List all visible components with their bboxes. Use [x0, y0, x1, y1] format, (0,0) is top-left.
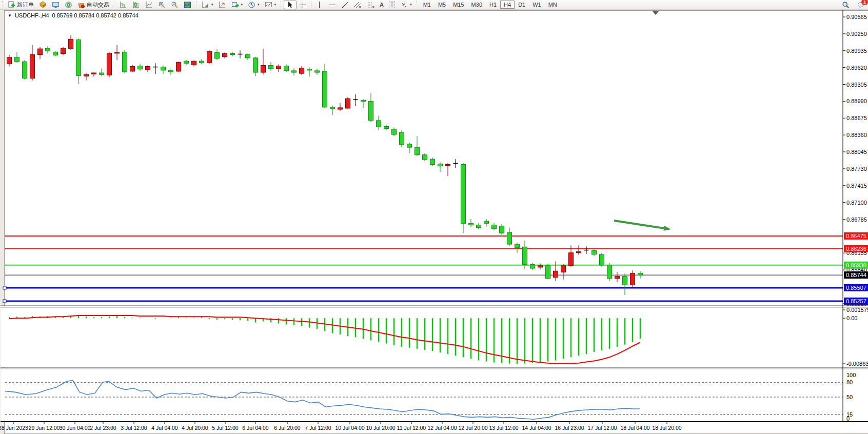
tile-windows-icon [184, 1, 191, 9]
tab-timeframe-H1[interactable]: H1 [486, 1, 500, 9]
fibonacci-icon: F [367, 1, 374, 9]
tab-timeframe-M30[interactable]: M30 [468, 1, 486, 9]
candlestick-mode-button[interactable] [130, 1, 143, 9]
rsi-indicator-label: RSI(14) 26.1265 [8, 370, 49, 377]
profiles-button[interactable] [216, 1, 229, 9]
new-chart-icon [231, 1, 239, 9]
horizontal-line-icon [328, 1, 336, 9]
indicators-icon [265, 1, 272, 9]
new-order-label: 新订单 [17, 1, 34, 9]
chart-quote-values: 0.85769 0.85784 0.85742 0.85744 [52, 12, 139, 18]
equidistant-channel-tool-button[interactable]: E [351, 1, 364, 9]
vertical-line-icon [315, 1, 323, 9]
toolbar-grip [196, 1, 198, 8]
tab-timeframe-M5[interactable]: M5 [435, 1, 449, 9]
autotrade-icon [77, 1, 85, 9]
data-window-icon [52, 1, 60, 9]
vertical-line-tool-button[interactable] [313, 1, 326, 9]
macd-indicator-label: MACD(12,26,9) -0.003896 -0.004574 [8, 310, 101, 316]
line-chart-mode-button[interactable] [143, 1, 155, 9]
templates-button[interactable]: ▾ [199, 1, 216, 9]
zoom-in-button[interactable] [155, 1, 168, 9]
timeframe-toolbar: M1M5M15M30H1H4D1W1MN [420, 1, 561, 9]
crosshair-tool-button[interactable] [297, 1, 309, 9]
tab-timeframe-W1[interactable]: W1 [529, 1, 545, 9]
community-chat-button[interactable]: 1 [857, 1, 865, 9]
crosshair-icon [299, 1, 307, 9]
search-button[interactable] [839, 1, 852, 9]
zoom-out-button[interactable] [168, 1, 181, 9]
toolbar-grip [281, 1, 283, 8]
toolbar-grip [114, 1, 116, 8]
data-window-button[interactable] [49, 1, 62, 9]
text-label-icon: T [389, 2, 395, 8]
zoom-out-icon [171, 1, 179, 9]
bar-chart-mode-button[interactable] [117, 1, 130, 9]
autotrade-button[interactable]: 自动交易 [75, 1, 112, 9]
bar-chart-icon [120, 1, 127, 9]
chart-symbol-period: USDCHF-,H4 [15, 12, 49, 18]
tab-timeframe-D1[interactable]: D1 [515, 1, 529, 9]
text-tool-button[interactable]: A [377, 1, 386, 9]
toolbar-grip [2, 1, 4, 8]
tab-timeframe-H4[interactable]: H4 [500, 1, 515, 9]
new-order-icon [8, 1, 15, 9]
profile-chart-icon [219, 1, 226, 9]
indicators-button[interactable]: ▾ [262, 1, 279, 9]
market-watch-button[interactable] [36, 1, 49, 9]
notification-badge: 1 [861, 0, 868, 5]
arrows-icon [400, 1, 408, 9]
top-toolbar: 新订单 自动交易 [0, 0, 868, 10]
chart-menu-icon[interactable]: ▼ [8, 13, 12, 18]
toolbar-grip [417, 1, 419, 8]
trendline-tool-button[interactable] [339, 1, 351, 9]
tile-windows-button[interactable] [181, 1, 194, 9]
clock-icon [248, 1, 255, 9]
navigator-button[interactable] [62, 1, 75, 9]
line-chart-icon [145, 1, 153, 9]
market-watch-icon [39, 1, 47, 9]
search-icon [842, 1, 850, 9]
tab-timeframe-M15[interactable]: M15 [449, 1, 467, 9]
trendline-icon [341, 1, 349, 9]
zoom-in-icon [158, 1, 166, 9]
cursor-tool-button[interactable] [284, 1, 297, 9]
arrows-tool-button[interactable]: ▾ [398, 1, 415, 9]
navigator-icon [65, 1, 72, 9]
tab-timeframe-MN[interactable]: MN [545, 1, 561, 9]
tab-timeframe-M1[interactable]: M1 [420, 1, 435, 9]
chart-title: ▼ USDCHF-,H4 0.85769 0.85784 0.85742 0.8… [8, 12, 139, 18]
new-chart-button[interactable]: ▾ [229, 1, 246, 9]
periods-button[interactable]: ▾ [245, 1, 262, 9]
autotrade-label: 自动交易 [87, 1, 109, 9]
channel-icon: E [354, 1, 362, 9]
svg-text:E: E [359, 6, 361, 9]
text-tool-icon: A [380, 2, 384, 8]
svg-text:F: F [372, 6, 374, 9]
text-label-tool-button[interactable]: T [386, 1, 398, 9]
candlestick-icon [132, 1, 140, 9]
toolbar-separator [311, 1, 311, 8]
cursor-icon [286, 1, 294, 9]
horizontal-line-tool-button[interactable] [326, 1, 339, 9]
new-order-button[interactable]: 新订单 [5, 1, 36, 9]
chart-window: ▼ USDCHF-,H4 0.85769 0.85784 0.85742 0.8… [4, 10, 868, 434]
fibonacci-tool-button[interactable]: F [364, 1, 377, 9]
template-chart-icon [202, 1, 209, 9]
